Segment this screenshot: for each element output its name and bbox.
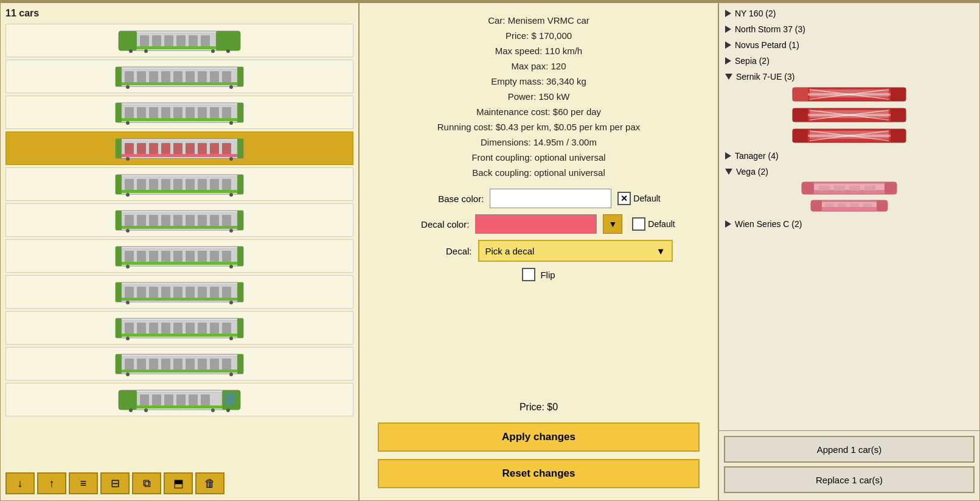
vehicle-group-header-tanager[interactable]: Tanager (4) [724,149,975,163]
svg-rect-201 [819,186,830,191]
flip-checkbox[interactable] [522,268,535,281]
svg-rect-53 [149,143,158,154]
decal-color-dropdown-btn[interactable]: ▼ [603,214,622,234]
vehicle-group-name-sernik: Sernik 7-UE (3) [736,72,794,82]
svg-rect-54 [161,143,170,154]
car-item-2[interactable] [5,60,353,93]
car-name-row: Car: Menisem VRMC car [378,15,700,26]
svg-rect-10 [137,46,216,49]
svg-rect-25 [198,71,207,82]
move-down-button[interactable]: ↓ [5,472,35,494]
svg-point-62 [229,157,233,161]
svg-rect-204 [864,186,875,191]
max-pax-label: Max pax: [511,61,548,71]
svg-rect-199 [884,182,897,194]
list-view-button[interactable]: ≡ [69,472,98,494]
svg-rect-134 [161,323,170,334]
running-value: $0.43 per km, $0.05 per km per pax [496,122,641,132]
flip-row: Flip [378,268,700,281]
svg-rect-138 [210,323,219,334]
svg-rect-20 [137,71,146,82]
base-color-picker[interactable] [490,189,611,208]
svg-point-125 [126,301,130,304]
train-car-svg-2 [113,64,246,89]
power-label: Power: [508,91,537,102]
svg-rect-90 [210,215,219,226]
car-item-1[interactable] [5,24,353,57]
svg-point-171 [144,408,148,412]
vega-svg-2 [810,199,889,212]
decal-dropdown[interactable]: Pick a decal ▼ [478,240,673,262]
move-up-button[interactable]: ↑ [37,472,66,494]
vehicle-group-header-sepia[interactable]: Sepia (2) [724,54,975,68]
svg-rect-145 [237,354,243,374]
car-item-3[interactable] [5,96,353,129]
svg-rect-139 [222,323,231,334]
svg-rect-118 [161,287,170,298]
svg-rect-86 [161,215,170,226]
svg-rect-212 [863,203,872,207]
vehicle-group-ny160: NY 160 (2) [719,5,979,21]
vehicle-group-novus: Novus Petard (1) [719,37,979,53]
vehicle-group-header-sernik[interactable]: Sernik 7-UE (3) [724,70,975,83]
svg-rect-151 [173,359,182,370]
vehicle-group-header-northstorm[interactable]: North Storm 37 (3) [724,23,975,36]
car-item-4[interactable] [5,131,353,165]
svg-rect-136 [186,323,195,334]
left-panel: 11 cars [0,2,359,501]
sernik-svg-1 [791,86,907,103]
car-item-6[interactable] [5,203,353,237]
sernik-train-3[interactable] [736,127,962,144]
car-item-7[interactable] [5,239,353,273]
paste-button[interactable]: ⬒ [164,472,193,494]
expand-icon-sepia [725,57,731,65]
vehicle-group-header-wien[interactable]: Wien Series C (2) [724,217,975,231]
car-item-11[interactable] [5,383,353,416]
delete-button[interactable]: 🗑 [195,472,224,494]
apply-changes-button[interactable]: Apply changes [378,422,700,452]
grid-view-button[interactable]: ⊟ [100,472,130,494]
copy-button[interactable]: ⧉ [132,472,161,494]
vehicle-group-header-vega[interactable]: Vega (2) [724,165,975,178]
svg-rect-52 [137,143,146,154]
vega-train-2[interactable] [736,199,962,212]
base-color-default-checkbox[interactable]: ✕ [617,192,631,205]
svg-rect-108 [122,262,237,265]
svg-rect-42 [210,107,219,118]
vehicle-group-header-novus[interactable]: Novus Petard (1) [724,38,975,52]
svg-rect-117 [149,287,158,298]
svg-rect-163 [140,394,149,405]
svg-rect-167 [189,394,198,405]
empty-mass-value: 36,340 kg [546,76,586,86]
svg-rect-49 [237,139,243,158]
svg-rect-84 [137,215,146,226]
svg-rect-166 [176,394,186,405]
decal-color-picker[interactable] [475,214,597,234]
car-item-10[interactable] [5,347,353,380]
append-car-button[interactable]: Append 1 car(s) [724,436,975,463]
sernik-train-1[interactable] [736,86,962,103]
svg-rect-57 [198,143,207,154]
svg-point-45 [126,121,130,125]
svg-rect-106 [210,251,219,262]
car-item-8[interactable] [5,275,353,309]
train-car-svg-5 [113,172,246,197]
decal-color-default[interactable]: Default [632,217,675,231]
decal-placeholder: Pick a decal [485,246,535,256]
decal-color-default-label: Default [648,219,675,229]
replace-car-button[interactable]: Replace 1 car(s) [724,466,975,493]
car-item-5[interactable] [5,167,353,201]
reset-changes-button[interactable]: Reset changes [378,459,700,488]
base-color-default[interactable]: ✕ Default [617,192,660,205]
svg-rect-27 [222,71,231,82]
svg-rect-140 [122,334,237,337]
sernik-train-2[interactable] [736,107,962,124]
svg-rect-1 [119,31,137,51]
car-item-9[interactable] [5,311,353,345]
svg-rect-60 [122,154,237,157]
vehicle-group-header-ny160[interactable]: NY 160 (2) [724,7,975,20]
vega-train-1[interactable] [736,181,962,195]
svg-rect-28 [122,82,237,85]
base-color-default-label: Default [633,194,660,203]
decal-color-default-checkbox[interactable] [632,217,645,231]
